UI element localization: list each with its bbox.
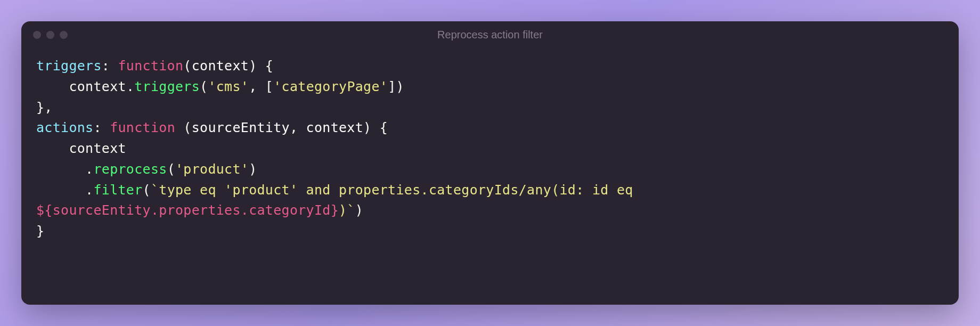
code-param: context	[306, 120, 363, 135]
titlebar: Reprocess action filter	[21, 21, 959, 45]
close-icon[interactable]	[33, 31, 41, 39]
code-punct: ) {	[249, 58, 273, 74]
code-interpolation-expr: sourceEntity.properties.categoryId	[53, 202, 331, 218]
code-punct: :	[93, 120, 110, 135]
code-method: reprocess	[93, 161, 167, 177]
code-punct: (	[175, 120, 192, 135]
code-punct: (	[200, 79, 208, 94]
code-keyword: function	[118, 58, 184, 74]
code-punct: ) {	[363, 120, 388, 135]
code-string: )`	[339, 202, 355, 218]
code-content: triggers: function(context) { context.tr…	[21, 45, 959, 257]
minimize-icon[interactable]	[46, 31, 54, 39]
maximize-icon[interactable]	[60, 31, 68, 39]
code-interpolation: ${	[36, 202, 53, 218]
code-punct: .	[85, 182, 93, 198]
code-param: context	[192, 58, 249, 74]
traffic-lights	[33, 31, 68, 39]
code-keyword: function	[110, 120, 175, 135]
code-punct: :	[102, 58, 118, 74]
code-method: triggers	[134, 79, 200, 94]
code-punct: },	[36, 100, 53, 115]
window-title: Reprocess action filter	[437, 29, 543, 41]
code-punct: ])	[388, 79, 404, 94]
code-property: triggers	[36, 58, 102, 74]
code-method: filter	[93, 182, 142, 198]
code-punct: , [	[249, 79, 273, 94]
code-punct: }	[36, 223, 44, 239]
code-property: actions	[36, 120, 93, 135]
code-punct: .	[85, 161, 93, 177]
code-string: 'cms'	[208, 79, 249, 94]
code-string: 'product'	[175, 161, 249, 177]
code-param: sourceEntity	[192, 120, 290, 135]
code-punct: (	[183, 58, 191, 74]
code-punct: (	[143, 182, 151, 198]
code-identifier: context	[69, 141, 126, 156]
code-punct: )	[249, 161, 257, 177]
code-identifier: context	[69, 79, 126, 94]
code-window: Reprocess action filter triggers: functi…	[21, 21, 959, 305]
code-punct: ,	[290, 120, 306, 135]
code-string: `type eq 'product' and properties.catego…	[151, 182, 641, 198]
code-string: 'categoryPage'	[273, 79, 388, 94]
code-interpolation: }	[331, 202, 339, 218]
code-punct: .	[126, 79, 134, 94]
code-punct: (	[167, 161, 175, 177]
code-punct: )	[355, 202, 363, 218]
